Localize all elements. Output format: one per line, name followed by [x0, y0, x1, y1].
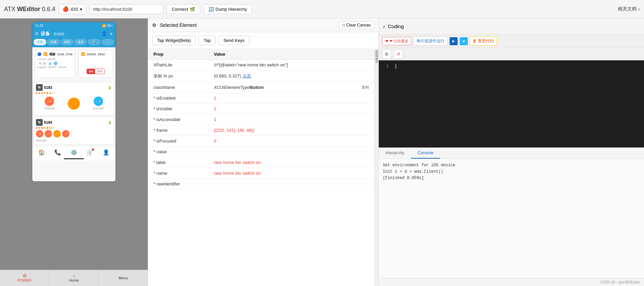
off-button[interactable]: OFF	[95, 69, 104, 74]
nav-settings[interactable]: ⚙️	[71, 149, 77, 156]
reset-code-button[interactable]: 🗑 重置代码	[470, 37, 497, 46]
table-row: * rawIdentifier	[148, 179, 374, 189]
platform-select[interactable]: 🍎 iOS ▾	[59, 4, 86, 14]
temp-label-2: 设定温度	[93, 107, 104, 110]
device-item-5183[interactable]: 📡 5183 🔋	[34, 82, 114, 115]
dot-5	[47, 92, 48, 94]
temp-group-1: --°F 待阅温度	[44, 97, 55, 110]
console-output: Set environment for iOS device Init c = …	[379, 159, 644, 278]
platform-label: iOS	[71, 7, 78, 12]
device-spacer	[81, 57, 110, 67]
copy-button[interactable]: 复制	[362, 85, 369, 90]
device-tab-all[interactable]: 全部	[34, 39, 46, 45]
line-number-1: 1	[382, 64, 389, 69]
prop-name-coords: 坐标 % px	[153, 73, 214, 79]
scrollbar-thumb	[375, 50, 378, 63]
phone-nav-icon: 📞	[54, 149, 61, 156]
prop-name-value: * value	[153, 149, 214, 154]
cart-badge	[92, 149, 94, 151]
temp-5184-label: 烤肉温度	[36, 139, 112, 142]
tap-widget-button[interactable]: Tap Widget(Beta)	[152, 36, 196, 45]
console-line-2: Init c = d = wda.Client()	[383, 169, 640, 175]
home-button[interactable]: ⌂ Home	[49, 270, 99, 286]
mini-circle-4: --°F	[62, 130, 70, 137]
device-tab-scene[interactable]: 场景	[74, 39, 87, 45]
url-input[interactable]	[89, 4, 163, 14]
code-editor[interactable]: 1	[379, 60, 644, 148]
inspector-panel: ⚙ Selected Element □ Clear Canvas Tap Wi…	[148, 18, 379, 286]
device-tab-fav[interactable]: 收藏	[47, 39, 60, 45]
device-tab-room[interactable]: 房间	[61, 39, 74, 45]
temp-icon: 🌡 13	[39, 62, 46, 65]
device-5183-left: 📡 5183	[36, 84, 52, 91]
dot2-1	[36, 127, 38, 129]
cart-nav-icon: 🛒	[87, 149, 93, 156]
inspector-scrollbar[interactable]	[374, 49, 378, 286]
coding-toolbar-row1: ❤ ❤ 点击重连 单行或选中运行 ▶ ■ 🗑 重置代码	[379, 35, 644, 48]
on-button[interactable]: ON	[87, 69, 95, 74]
prop-val-label: new home btn switch on	[214, 160, 369, 165]
prop-name-isenabled: * isEnabled	[153, 96, 214, 101]
device-stats: 8 µg/m³ : 86.0°F : 50.0%	[37, 66, 73, 69]
device-status-bar: 11:42 📶 98+	[32, 22, 116, 29]
device-row-1: 🔵 📶 🔗 5105_0736 ⊙11:42, 8月6日 🌡 13 💧 🌀 8 …	[32, 47, 116, 80]
nav-profile[interactable]: 👤	[103, 149, 109, 156]
tap-button[interactable]: Tap	[198, 36, 216, 45]
copy-icon-button[interactable]: ⎘	[382, 49, 392, 59]
single-run-button[interactable]: 单行或选中运行	[413, 37, 448, 46]
nav-cart[interactable]: 🛒	[87, 149, 93, 156]
prop-name-isfocused: * isFocused	[153, 138, 214, 144]
device-item-h61[interactable]: 📶 H61E0_5E62 ON OFF	[79, 50, 113, 78]
on-off-switch[interactable]: ON OFF	[87, 69, 105, 74]
dot-7	[52, 92, 54, 94]
signal-icon-2: 📶	[81, 52, 85, 56]
nav-home[interactable]: 🏠	[38, 149, 45, 156]
device-item-5184[interactable]: 📡 5184 🔋	[34, 117, 114, 145]
device-weather: 🌡 13 💧 🌀	[37, 61, 73, 66]
device-item-5105[interactable]: 🔵 📶 🔗 5105_0736 ⊙11:42, 8月6日 🌡 13 💧 🌀 8 …	[35, 50, 75, 78]
console-line-3: [Finished 0.059s]	[383, 175, 640, 181]
prop-name-isaccessible: * isAccessible	[153, 117, 214, 122]
run-button[interactable]: ▶	[450, 37, 458, 45]
click-connect-button[interactable]: ❤ ❤ 点击重连	[382, 37, 411, 45]
connect-button[interactable]: Connect 🌿	[167, 4, 200, 14]
hierarchy-tab[interactable]: Hierarchy	[379, 148, 411, 159]
dot2-6	[49, 127, 51, 129]
device-nav-title: 设备	[41, 31, 50, 37]
temp-circle-orange-big	[68, 98, 80, 110]
settings-icon: ⚙	[152, 22, 156, 28]
mini-circle-3: --°F	[53, 130, 61, 137]
dot-6	[49, 92, 51, 94]
send-keys-button[interactable]: Send Keys	[218, 36, 249, 45]
table-row: className XCUIElementTypeButton 复制	[148, 82, 374, 93]
menu-button[interactable]: Menu	[99, 270, 148, 286]
clear-canvas-button[interactable]: □ Clear Canvas	[339, 21, 374, 29]
temp-circles-5183: --°F 待阅温度 --°F 设定温度	[36, 94, 112, 113]
power-label: POWER	[17, 278, 32, 282]
device-5183-name: 5183	[44, 85, 52, 90]
device-5184-header: 📡 5184 🔋	[36, 119, 112, 126]
chevron-down-icon: ▾	[80, 7, 82, 12]
refresh-icon-button[interactable]: ↺	[394, 49, 403, 59]
device-bottom-nav: 🏠 📞 ⚙️ 🛒 👤	[32, 146, 116, 157]
device-5184-icon-inner: 📡	[38, 121, 41, 124]
footer: CSDN @一giao寓里giao	[379, 278, 644, 286]
power-button[interactable]: ⏻ POWER	[0, 270, 49, 286]
prop-col-header: Prop	[153, 52, 214, 57]
checkbox-icon: □	[342, 23, 345, 27]
device-item-header-1: 🔵 📶 🔗 5105_0736	[37, 52, 73, 56]
nav-phone[interactable]: 📞	[54, 149, 61, 156]
docs-link[interactable]: 相关文档 ›	[618, 6, 640, 12]
dump-hierarchy-button[interactable]: 🔄 Dump Hierarchy	[203, 4, 252, 14]
device-tab-search[interactable]: 🔍	[88, 39, 100, 45]
bottom-tabs: Hierarchy Console	[379, 148, 644, 159]
device-tab-more[interactable]: ···	[101, 39, 114, 45]
click-link[interactable]: 点击	[242, 73, 251, 78]
console-tab[interactable]: Console	[411, 148, 441, 159]
battery-icon-5184: 🔋	[108, 121, 112, 124]
device-nav-bar: ☰ 设备 自动化 👤 +	[32, 29, 116, 39]
code-content[interactable]	[392, 64, 644, 144]
stop-button[interactable]: ■	[460, 37, 468, 45]
device-tabs: 全部 收藏 房间 场景 🔍 ···	[32, 39, 116, 47]
dot2-2	[39, 127, 40, 129]
